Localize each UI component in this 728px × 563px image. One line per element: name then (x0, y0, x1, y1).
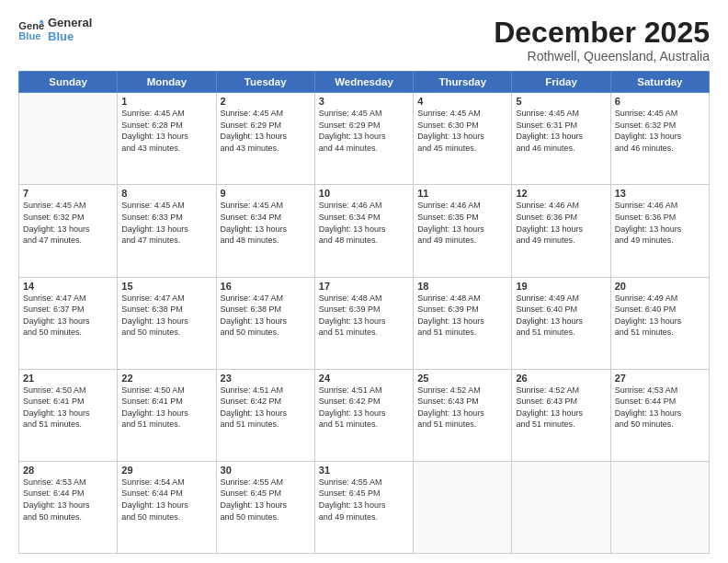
calendar-cell: 21Sunrise: 4:50 AM Sunset: 6:41 PM Dayli… (19, 369, 118, 461)
calendar-cell (19, 93, 118, 185)
logo-line1: General (48, 17, 92, 30)
calendar-cell: 2Sunrise: 4:45 AM Sunset: 6:29 PM Daylig… (216, 93, 314, 185)
day-number: 22 (121, 373, 211, 384)
calendar-week-1: 1Sunrise: 4:45 AM Sunset: 6:28 PM Daylig… (19, 93, 710, 185)
day-info: Sunrise: 4:48 AM Sunset: 6:39 PM Dayligh… (319, 293, 409, 339)
day-info: Sunrise: 4:45 AM Sunset: 6:32 PM Dayligh… (615, 108, 705, 154)
calendar-cell: 31Sunrise: 4:55 AM Sunset: 6:45 PM Dayli… (314, 461, 413, 553)
month-title: December 2025 (494, 17, 710, 49)
calendar-week-2: 7Sunrise: 4:45 AM Sunset: 6:32 PM Daylig… (19, 185, 710, 277)
day-number: 28 (23, 465, 113, 476)
th-sunday: Sunday (19, 72, 118, 93)
day-number: 23 (221, 373, 311, 384)
logo: General Blue General Blue (18, 17, 92, 44)
day-number: 8 (121, 188, 211, 199)
calendar-cell (610, 461, 709, 553)
day-info: Sunrise: 4:52 AM Sunset: 6:43 PM Dayligh… (417, 385, 507, 431)
th-saturday: Saturday (610, 72, 709, 93)
calendar-cell: 13Sunrise: 4:46 AM Sunset: 6:36 PM Dayli… (610, 185, 709, 277)
calendar-cell: 29Sunrise: 4:54 AM Sunset: 6:44 PM Dayli… (118, 461, 216, 553)
calendar-cell: 19Sunrise: 4:49 AM Sunset: 6:40 PM Dayli… (512, 277, 610, 369)
day-number: 11 (417, 188, 507, 199)
day-number: 14 (23, 281, 113, 292)
day-number: 7 (23, 188, 113, 199)
day-number: 10 (319, 188, 409, 199)
calendar-cell: 28Sunrise: 4:53 AM Sunset: 6:44 PM Dayli… (19, 461, 118, 553)
calendar-cell: 7Sunrise: 4:45 AM Sunset: 6:32 PM Daylig… (19, 185, 118, 277)
calendar-week-4: 21Sunrise: 4:50 AM Sunset: 6:41 PM Dayli… (19, 369, 710, 461)
calendar-table: Sunday Monday Tuesday Wednesday Thursday… (18, 71, 710, 554)
day-info: Sunrise: 4:47 AM Sunset: 6:38 PM Dayligh… (121, 293, 211, 339)
calendar-week-5: 28Sunrise: 4:53 AM Sunset: 6:44 PM Dayli… (19, 461, 710, 553)
day-info: Sunrise: 4:45 AM Sunset: 6:29 PM Dayligh… (221, 108, 311, 154)
day-number: 4 (417, 96, 507, 107)
calendar-cell: 20Sunrise: 4:49 AM Sunset: 6:40 PM Dayli… (610, 277, 709, 369)
day-info: Sunrise: 4:45 AM Sunset: 6:33 PM Dayligh… (121, 200, 211, 246)
calendar-cell: 11Sunrise: 4:46 AM Sunset: 6:35 PM Dayli… (414, 185, 512, 277)
header: General Blue General Blue December 2025 … (18, 17, 710, 63)
day-info: Sunrise: 4:47 AM Sunset: 6:37 PM Dayligh… (23, 293, 113, 339)
day-info: Sunrise: 4:46 AM Sunset: 6:36 PM Dayligh… (516, 200, 606, 246)
day-info: Sunrise: 4:49 AM Sunset: 6:40 PM Dayligh… (516, 293, 606, 339)
day-number: 20 (615, 281, 705, 292)
day-number: 21 (23, 373, 113, 384)
calendar-cell (512, 461, 610, 553)
day-info: Sunrise: 4:48 AM Sunset: 6:39 PM Dayligh… (417, 293, 507, 339)
th-wednesday: Wednesday (314, 72, 413, 93)
calendar-cell: 22Sunrise: 4:50 AM Sunset: 6:41 PM Dayli… (118, 369, 216, 461)
day-number: 15 (121, 281, 211, 292)
calendar-cell: 10Sunrise: 4:46 AM Sunset: 6:34 PM Dayli… (314, 185, 413, 277)
day-info: Sunrise: 4:46 AM Sunset: 6:34 PM Dayligh… (319, 200, 409, 246)
day-info: Sunrise: 4:45 AM Sunset: 6:28 PM Dayligh… (121, 108, 211, 154)
title-block: December 2025 Rothwell, Queensland, Aust… (494, 17, 710, 63)
calendar-cell: 23Sunrise: 4:51 AM Sunset: 6:42 PM Dayli… (216, 369, 314, 461)
day-info: Sunrise: 4:53 AM Sunset: 6:44 PM Dayligh… (23, 477, 113, 523)
calendar-body: 1Sunrise: 4:45 AM Sunset: 6:28 PM Daylig… (19, 93, 710, 554)
day-info: Sunrise: 4:51 AM Sunset: 6:42 PM Dayligh… (221, 385, 311, 431)
header-row: Sunday Monday Tuesday Wednesday Thursday… (19, 72, 710, 93)
day-info: Sunrise: 4:50 AM Sunset: 6:41 PM Dayligh… (121, 385, 211, 431)
day-info: Sunrise: 4:46 AM Sunset: 6:35 PM Dayligh… (417, 200, 507, 246)
day-info: Sunrise: 4:45 AM Sunset: 6:32 PM Dayligh… (23, 200, 113, 246)
calendar-cell: 16Sunrise: 4:47 AM Sunset: 6:38 PM Dayli… (216, 277, 314, 369)
day-number: 29 (121, 465, 211, 476)
calendar-cell: 1Sunrise: 4:45 AM Sunset: 6:28 PM Daylig… (118, 93, 216, 185)
day-number: 13 (615, 188, 705, 199)
day-info: Sunrise: 4:53 AM Sunset: 6:44 PM Dayligh… (615, 385, 705, 431)
day-number: 25 (417, 373, 507, 384)
day-number: 27 (615, 373, 705, 384)
th-thursday: Thursday (414, 72, 512, 93)
day-number: 31 (319, 465, 409, 476)
calendar-cell: 18Sunrise: 4:48 AM Sunset: 6:39 PM Dayli… (414, 277, 512, 369)
calendar-cell: 30Sunrise: 4:55 AM Sunset: 6:45 PM Dayli… (216, 461, 314, 553)
calendar-cell: 3Sunrise: 4:45 AM Sunset: 6:29 PM Daylig… (314, 93, 413, 185)
calendar-week-3: 14Sunrise: 4:47 AM Sunset: 6:37 PM Dayli… (19, 277, 710, 369)
th-tuesday: Tuesday (216, 72, 314, 93)
calendar-cell: 6Sunrise: 4:45 AM Sunset: 6:32 PM Daylig… (610, 93, 709, 185)
calendar-cell: 27Sunrise: 4:53 AM Sunset: 6:44 PM Dayli… (610, 369, 709, 461)
day-number: 24 (319, 373, 409, 384)
day-info: Sunrise: 4:49 AM Sunset: 6:40 PM Dayligh… (615, 293, 705, 339)
day-info: Sunrise: 4:45 AM Sunset: 6:34 PM Dayligh… (221, 200, 311, 246)
day-info: Sunrise: 4:46 AM Sunset: 6:36 PM Dayligh… (615, 200, 705, 246)
logo-icon: General Blue (18, 19, 44, 41)
day-number: 5 (516, 96, 606, 107)
calendar-cell: 12Sunrise: 4:46 AM Sunset: 6:36 PM Dayli… (512, 185, 610, 277)
calendar-header: Sunday Monday Tuesday Wednesday Thursday… (19, 72, 710, 93)
day-info: Sunrise: 4:50 AM Sunset: 6:41 PM Dayligh… (23, 385, 113, 431)
day-number: 1 (121, 96, 211, 107)
day-info: Sunrise: 4:54 AM Sunset: 6:44 PM Dayligh… (121, 477, 211, 523)
day-info: Sunrise: 4:47 AM Sunset: 6:38 PM Dayligh… (221, 293, 311, 339)
calendar-cell: 26Sunrise: 4:52 AM Sunset: 6:43 PM Dayli… (512, 369, 610, 461)
day-info: Sunrise: 4:52 AM Sunset: 6:43 PM Dayligh… (516, 385, 606, 431)
day-number: 17 (319, 281, 409, 292)
day-number: 16 (221, 281, 311, 292)
calendar-cell: 24Sunrise: 4:51 AM Sunset: 6:42 PM Dayli… (314, 369, 413, 461)
calendar-cell: 9Sunrise: 4:45 AM Sunset: 6:34 PM Daylig… (216, 185, 314, 277)
calendar-cell: 17Sunrise: 4:48 AM Sunset: 6:39 PM Dayli… (314, 277, 413, 369)
day-number: 12 (516, 188, 606, 199)
calendar-cell: 8Sunrise: 4:45 AM Sunset: 6:33 PM Daylig… (118, 185, 216, 277)
day-number: 6 (615, 96, 705, 107)
day-number: 9 (221, 188, 311, 199)
day-number: 30 (221, 465, 311, 476)
